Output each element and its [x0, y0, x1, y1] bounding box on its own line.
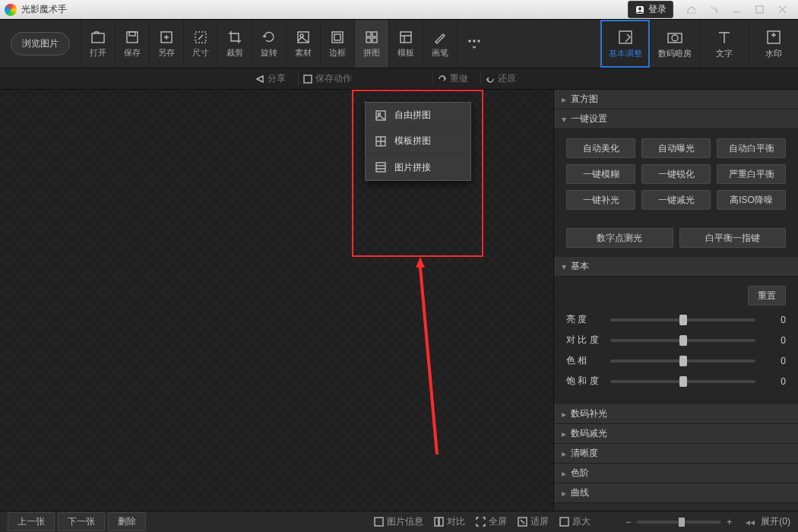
compare-button[interactable]: 对比 [434, 515, 465, 528]
btn-oneclick-dim[interactable]: 一键减光 [641, 190, 711, 210]
view-controls: 图片信息 对比 全屏 适屏 原大 [339, 515, 625, 528]
tool-crop[interactable]: 裁剪 [217, 20, 252, 68]
section-levels[interactable]: ▸色阶 [554, 464, 798, 483]
template-collage-icon [375, 135, 387, 147]
watermark-icon [765, 29, 782, 46]
reset-button[interactable]: 重置 [748, 286, 786, 306]
tool-border[interactable]: 边框 [320, 20, 354, 68]
tab-basic-adjust[interactable]: 基本调整 [600, 20, 650, 68]
btn-auto-beautify[interactable]: 自动美化 [566, 138, 635, 158]
hue-slider[interactable] [610, 359, 755, 363]
tool-brush[interactable]: 画笔 [423, 20, 457, 68]
section-oneclick-body: 自动美化 自动曝光 自动白平衡 一键模糊 一键锐化 严重白平衡 一键补光 一键减… [554, 129, 798, 257]
btn-severe-wb[interactable]: 严重白平衡 [717, 164, 786, 184]
app-logo-icon [5, 4, 17, 16]
section-oneclick[interactable]: ▾一键设置 [554, 109, 798, 129]
actual-size-button[interactable]: 原大 [559, 515, 591, 528]
home-button[interactable] [679, 2, 702, 17]
section-digital-fill[interactable]: ▸数码补光 [554, 404, 798, 424]
canvas[interactable]: 自由拼图 模板拼图 图片拼接 [0, 90, 553, 511]
browse-images-button[interactable]: 浏览图片 [11, 32, 70, 55]
dropdown-free-collage[interactable]: 自由拼图 [366, 103, 470, 128]
saturation-slider[interactable] [610, 380, 755, 383]
maximize-icon [755, 5, 764, 14]
btn-highiso-denoise[interactable]: 高ISO降噪 [717, 190, 786, 210]
btn-wb-onekey[interactable]: 白平衡一指键 [679, 228, 787, 248]
section-digital-dim[interactable]: ▸数码减光 [554, 424, 798, 444]
maximize-button[interactable] [748, 2, 771, 17]
tool-template[interactable]: 模板 [388, 20, 423, 68]
tab-text[interactable]: 文字 [699, 20, 749, 68]
minimize-button[interactable] [725, 2, 748, 17]
btn-digital-spot[interactable]: 数字点测光 [566, 228, 673, 248]
svg-rect-4 [127, 32, 138, 43]
restore-button[interactable]: 还原 [480, 72, 521, 85]
main-area: 自由拼图 模板拼图 图片拼接 ▸直方图 ▾一键设置 自动美化 自动曝光 自动白 [0, 90, 798, 511]
slider-thumb[interactable] [679, 335, 687, 346]
image-info-button[interactable]: 图片信息 [374, 515, 423, 528]
section-histogram[interactable]: ▸直方图 [554, 90, 798, 109]
redo-button[interactable]: 重做 [432, 72, 473, 85]
size-icon [193, 30, 208, 45]
login-button[interactable]: 登录 [628, 1, 673, 18]
tool-more[interactable] [457, 20, 491, 68]
fit-icon [518, 517, 527, 527]
expand-button[interactable]: 展开(0) [761, 515, 790, 528]
tool-size[interactable]: 尺寸 [183, 20, 217, 68]
svg-rect-29 [375, 518, 383, 526]
settings-button[interactable] [702, 2, 725, 17]
zoom-slider[interactable] [637, 521, 720, 524]
annotation-arrow [399, 249, 445, 462]
next-image-button[interactable]: 下一张 [58, 512, 105, 531]
tool-open[interactable]: 打开 [81, 20, 115, 68]
svg-rect-24 [304, 75, 312, 83]
section-clarity[interactable]: ▸清晰度 [554, 444, 798, 464]
contrast-slider[interactable] [610, 339, 755, 342]
section-curve[interactable]: ▸曲线 [554, 483, 798, 503]
tool-save[interactable]: 保存 [115, 20, 149, 68]
tab-watermark[interactable]: 水印 [749, 20, 798, 68]
login-label: 登录 [648, 3, 667, 16]
svg-rect-14 [366, 38, 371, 43]
dropdown-template-collage[interactable]: 模板拼图 [366, 128, 470, 154]
share-icon [255, 74, 264, 84]
prev-image-button[interactable]: 上一张 [8, 512, 55, 531]
nav-buttons: 上一张 下一张 删除 [8, 512, 149, 531]
chevron-right-icon: ▸ [562, 448, 566, 459]
zoom-out-button[interactable]: − [625, 517, 631, 527]
zoom-in-button[interactable]: + [727, 517, 732, 527]
open-icon [90, 30, 106, 45]
dropdown-image-stitch[interactable]: 图片拼接 [366, 154, 470, 180]
fit-screen-button[interactable]: 适屏 [518, 515, 549, 528]
tool-rotate[interactable]: 旋转 [252, 20, 286, 68]
brightness-slider[interactable] [610, 318, 755, 321]
share-button[interactable]: 分享 [251, 72, 290, 85]
tool-collage[interactable]: 拼图 [354, 20, 388, 68]
tool-material[interactable]: 素材 [286, 20, 320, 68]
tool-saveas[interactable]: 另存 [149, 20, 183, 68]
btn-auto-wb[interactable]: 自动白平衡 [717, 138, 786, 158]
delete-button[interactable]: 删除 [108, 512, 146, 531]
fullscreen-button[interactable]: 全屏 [476, 515, 507, 528]
tool-group-assets: 素材 边框 拼图 模板 画笔 [286, 20, 491, 68]
zoom-thumb[interactable] [679, 518, 685, 527]
svg-point-17 [469, 40, 470, 42]
chevron-right-icon: ▸ [562, 429, 566, 439]
btn-auto-exposure[interactable]: 自动曝光 [641, 138, 711, 158]
svg-point-19 [478, 40, 480, 42]
btn-oneclick-blur[interactable]: 一键模糊 [566, 164, 635, 184]
slider-thumb[interactable] [679, 356, 687, 366]
border-icon [330, 30, 345, 45]
slider-thumb[interactable] [679, 315, 687, 325]
btn-oneclick-sharpen[interactable]: 一键锐化 [641, 164, 711, 184]
side-panel: ▸直方图 ▾一键设置 自动美化 自动曝光 自动白平衡 一键模糊 一键锐化 严重白… [553, 90, 798, 511]
right-tabs: 基本调整 数码暗房 文字 水印 [600, 20, 798, 68]
tab-darkroom[interactable]: 数码暗房 [650, 20, 699, 68]
info-icon [374, 517, 384, 527]
slider-thumb[interactable] [679, 376, 687, 387]
brush-icon [432, 30, 448, 45]
close-button[interactable] [771, 2, 793, 17]
btn-oneclick-fill[interactable]: 一键补光 [566, 190, 635, 210]
save-action-button[interactable]: 保存动作 [298, 72, 356, 85]
section-basic[interactable]: ▾基本 [554, 257, 798, 277]
